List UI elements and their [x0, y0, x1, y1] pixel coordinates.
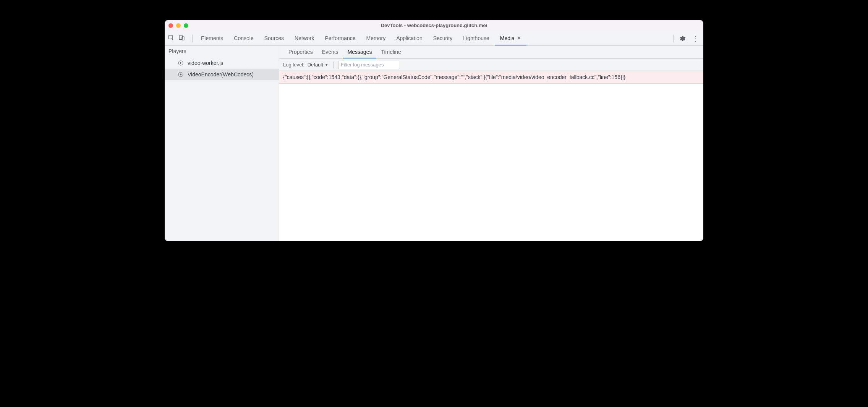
messages-toolbar: Log level: Default ▼	[279, 59, 703, 71]
tab-label: Memory	[366, 35, 386, 41]
filter-input[interactable]	[338, 61, 399, 69]
separator	[673, 35, 674, 42]
settings-icon[interactable]	[677, 35, 688, 42]
tab-label: Lighthouse	[463, 35, 489, 41]
subtab-events[interactable]: Events	[317, 46, 343, 58]
inspect-element-icon[interactable]	[168, 34, 175, 42]
tab-sources[interactable]: Sources	[259, 31, 289, 45]
close-window-button[interactable]	[168, 23, 173, 28]
messages-list: {"causes":[],"code":1543,"data":{},"grou…	[279, 71, 703, 241]
subtab-timeline[interactable]: Timeline	[376, 46, 405, 58]
tab-label: Elements	[201, 35, 223, 41]
log-level-label: Log level:	[283, 62, 304, 68]
tab-elements[interactable]: Elements	[196, 31, 228, 45]
tab-label: Performance	[325, 35, 355, 41]
tab-label: Console	[234, 35, 253, 41]
devtools-window: DevTools - webcodecs-playground.glitch.m…	[165, 20, 703, 241]
window-title: DevTools - webcodecs-playground.glitch.m…	[165, 23, 703, 28]
player-label: video-worker.js	[188, 60, 223, 66]
tab-console[interactable]: Console	[228, 31, 259, 45]
device-toolbar-icon[interactable]	[178, 34, 185, 42]
main-tab-strip: ElementsConsoleSourcesNetworkPerformance…	[165, 31, 703, 46]
chevron-down-icon: ▼	[325, 63, 329, 67]
tab-label: Media	[500, 35, 515, 41]
tab-application[interactable]: Application	[391, 31, 428, 45]
zoom-window-button[interactable]	[184, 23, 188, 28]
player-item[interactable]: video-worker.js	[165, 57, 279, 69]
log-level-value: Default	[308, 62, 323, 68]
tab-security[interactable]: Security	[428, 31, 458, 45]
players-heading: Players	[165, 46, 279, 57]
tab-label: Network	[295, 35, 314, 41]
separator	[192, 35, 193, 42]
more-menu-icon[interactable]: ⋮	[688, 34, 701, 43]
player-item[interactable]: VideoEncoder(WebCodecs)	[165, 69, 279, 80]
log-message: {"causes":[],"code":1543,"data":{},"grou…	[279, 71, 703, 84]
traffic-lights	[168, 23, 188, 28]
play-icon	[178, 60, 184, 66]
tab-network[interactable]: Network	[289, 31, 319, 45]
close-icon[interactable]: ✕	[517, 35, 521, 41]
window-titlebar: DevTools - webcodecs-playground.glitch.m…	[165, 20, 703, 31]
play-icon	[178, 71, 184, 78]
subtab-messages[interactable]: Messages	[343, 46, 377, 58]
subtab-properties[interactable]: Properties	[284, 46, 317, 58]
tab-label: Application	[396, 35, 423, 41]
panel-content: Players video-worker.jsVideoEncoder(WebC…	[165, 46, 703, 241]
log-level-select[interactable]: Default ▼	[308, 62, 329, 68]
subtab-strip: PropertiesEventsMessagesTimeline	[279, 46, 703, 59]
tab-memory[interactable]: Memory	[361, 31, 391, 45]
player-detail: PropertiesEventsMessagesTimeline Log lev…	[279, 46, 703, 241]
tab-performance[interactable]: Performance	[319, 31, 361, 45]
tab-lighthouse[interactable]: Lighthouse	[458, 31, 495, 45]
tab-label: Sources	[264, 35, 284, 41]
players-sidebar: Players video-worker.jsVideoEncoder(WebC…	[165, 46, 279, 241]
tab-label: Security	[433, 35, 453, 41]
separator	[333, 61, 334, 68]
minimize-window-button[interactable]	[176, 23, 181, 28]
tab-media[interactable]: Media✕	[495, 31, 526, 45]
player-label: VideoEncoder(WebCodecs)	[188, 71, 254, 78]
